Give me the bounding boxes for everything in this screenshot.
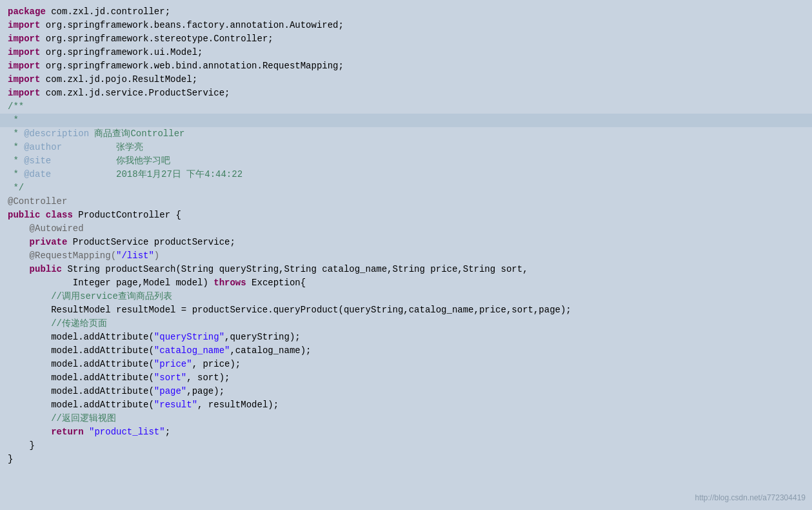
code-line-10: * @description 商品查询Controller [0,127,812,141]
code-line-27: model.addAttribute("price", price); [0,358,812,371]
code-line-24: //传递给页面 [0,317,812,331]
code-line-32: return "product_list"; [0,425,812,439]
code-line-17: @Autowired [0,222,812,236]
code-line-2: import org.springframework.beans.factory… [0,19,812,32]
code-line-33: } [0,439,812,453]
code-line-9: * [0,114,812,127]
code-line-3: import org.springframework.stereotype.Co… [0,32,812,46]
code-editor: package com.zxl.jd.controller; import or… [0,0,812,510]
code-line-28: model.addAttribute("sort", sort); [0,371,812,385]
code-line-20: public String productSearch(String query… [0,263,812,276]
code-line-12: * @site 你我他学习吧 [0,154,812,168]
code-line-13: * @date 2018年1月27日 下午4:44:22 [0,168,812,181]
code-line-14: */ [0,181,812,195]
code-line-19: @RequestMapping("/list") [0,249,812,263]
code-line-15: @Controller [0,195,812,209]
code-line-5: import org.springframework.web.bind.anno… [0,59,812,73]
code-line-21: Integer page,Model model) throws Excepti… [0,276,812,290]
watermark: http://blog.csdn.net/a772304419 [695,492,806,504]
code-line-22: //调用service查询商品列表 [0,290,812,303]
code-line-7: import com.zxl.jd.service.ProductService… [0,87,812,100]
code-line-4: import org.springframework.ui.Model; [0,46,812,59]
code-line-16: public class ProductController { [0,209,812,222]
code-line-29: model.addAttribute("page",page); [0,385,812,398]
code-line-1: package com.zxl.jd.controller; [0,5,812,19]
code-line-18: private ProductService productService; [0,236,812,249]
code-line-8: /** [0,100,812,114]
code-line-30: model.addAttribute("result", resultModel… [0,398,812,412]
code-line-11: * @author 张学亮 [0,141,812,154]
code-line-23: ResultModel resultModel = productService… [0,303,812,317]
code-line-34: } [0,453,812,466]
code-line-26: model.addAttribute("catalog_name",catalo… [0,344,812,358]
code-line-25: model.addAttribute("queryString",querySt… [0,331,812,344]
code-line-6: import com.zxl.jd.pojo.ResultModel; [0,73,812,87]
code-line-31: //返回逻辑视图 [0,412,812,425]
